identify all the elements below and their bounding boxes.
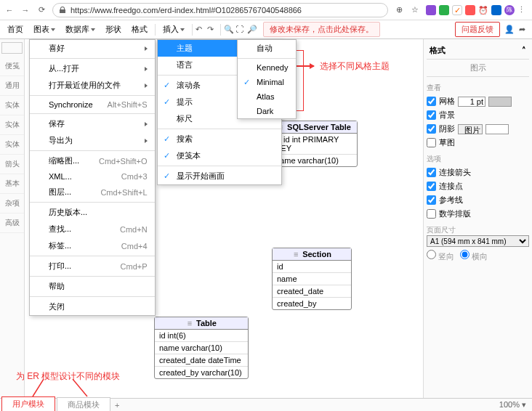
menu-item[interactable]: 打印...Cmd+P [30, 258, 155, 274]
lp-section[interactable]: 实体 [0, 115, 24, 135]
search-icon[interactable]: ⊕ [394, 5, 404, 15]
chk-shadow[interactable] [427, 124, 436, 134]
add-module-button[interactable]: + [110, 399, 124, 411]
menu-item[interactable]: SynchronizeAlt+Shift+S [30, 97, 155, 112]
menu-item[interactable]: 帮助 [30, 278, 155, 295]
chk-opt[interactable] [427, 195, 436, 205]
menu-item[interactable]: ✓便笺本 [158, 147, 281, 164]
chk-opt[interactable] [427, 168, 436, 177]
db-table-table[interactable]: Table id int(6) name varchar(10) created… [154, 317, 249, 379]
table-row[interactable]: created_by varchar(10) [155, 367, 248, 378]
table-row[interactable]: id int(6) [155, 330, 248, 342]
menu-item[interactable]: 标签...Cmd+4 [30, 237, 155, 254]
lp-section[interactable]: 高级 [0, 213, 24, 233]
share-icon[interactable]: ➦ [519, 25, 529, 35]
shape-search[interactable] [1, 42, 23, 54]
menu-item[interactable]: ✓搜索 [158, 131, 281, 147]
table-row[interactable]: name varchar(10) [271, 155, 357, 166]
table-header[interactable]: SQLServer Table [271, 121, 357, 134]
image-button[interactable]: 图片 [458, 124, 483, 134]
table-row[interactable]: name [273, 273, 351, 285]
chk-label: 参考线 [439, 195, 463, 206]
lp-section[interactable]: 基本 [0, 174, 24, 194]
menu-item[interactable]: 关闭 [30, 298, 155, 315]
table-row[interactable]: name varchar(10) [155, 342, 248, 354]
table-row[interactable]: created_date dateTime [155, 354, 248, 367]
menu-item[interactable]: 查找...Cmd+N [30, 221, 155, 237]
reload-icon[interactable]: ⟳ [36, 5, 47, 15]
orient-landscape[interactable]: 横向 [460, 250, 488, 262]
star-icon[interactable]: ☆ [410, 5, 420, 15]
table-row[interactable]: id int PRIMARY KEY [271, 134, 357, 155]
tb-home[interactable]: 首页 [3, 22, 28, 37]
lp-section[interactable]: 便笺 [0, 57, 24, 76]
format-tab[interactable]: 图示 [427, 60, 529, 77]
db-table-sqlserver[interactable]: SQLServer Table id int PRIMARY KEY name … [270, 121, 358, 167]
page-size-select[interactable]: A1 (594 mm x 841 mm) [427, 235, 529, 247]
zoom-out-icon[interactable]: 🔍 [224, 25, 234, 35]
menu-item[interactable]: 保存 [30, 115, 155, 132]
menu-item[interactable]: 打开最近使用的文件 [30, 77, 155, 94]
chk-sketch[interactable] [427, 138, 436, 147]
menu-item[interactable]: 历史版本... [30, 204, 155, 221]
menu-item[interactable]: ✓Minimal [238, 75, 296, 89]
address-bar[interactable]: https://www.freedgo.com/erd-index.html#O… [52, 3, 388, 17]
menu-item[interactable]: 图层...Cmd+Shift+L [30, 184, 155, 200]
ext-icon[interactable] [491, 5, 501, 15]
menu-item[interactable]: Atlas [238, 89, 296, 104]
user-icon[interactable]: 👤 [504, 25, 515, 35]
feedback-button[interactable]: 问题反馈 [455, 22, 500, 37]
chk-opt[interactable] [427, 182, 436, 191]
ext-icon[interactable]: ✓ [452, 5, 462, 15]
module-tab-user[interactable]: 用户模块 [1, 396, 55, 411]
menu-item[interactable]: 自动 [238, 40, 296, 57]
ext-icon[interactable] [465, 5, 475, 15]
menu-item[interactable]: 喜好 [30, 40, 155, 57]
tb-database[interactable]: 数据库 [61, 22, 100, 37]
lp-section[interactable]: 实体 [0, 135, 24, 155]
lp-section[interactable]: 实体 [0, 96, 24, 115]
ext-icon[interactable] [439, 5, 449, 15]
color-swatch[interactable] [485, 124, 509, 134]
save-warning[interactable]: 修改未保存，点击此处保存。 [263, 22, 380, 37]
module-tab-product[interactable]: 商品模块 [57, 397, 110, 412]
chk-opt[interactable] [427, 209, 436, 219]
lp-section[interactable]: 通用 [0, 76, 24, 96]
menu-icon[interactable]: ⋮ [517, 5, 528, 15]
avatar[interactable]: 陈 [504, 5, 515, 15]
menu-item[interactable]: 导出为 [30, 132, 155, 149]
db-table-section[interactable]: Section id name created_date created_by [272, 248, 352, 310]
forward-icon[interactable]: → [20, 5, 31, 15]
lp-section[interactable]: 杂项 [0, 194, 24, 213]
tb-format[interactable]: 格式 [127, 22, 152, 37]
table-header[interactable]: Table [155, 317, 248, 330]
chk-grid[interactable] [427, 97, 436, 106]
table-header[interactable]: Section [273, 248, 351, 261]
menu-item[interactable]: Dark [238, 104, 296, 118]
table-row[interactable]: created_date [273, 285, 351, 298]
zoom-fit-icon[interactable]: ⛶ [235, 25, 246, 35]
chk-bg[interactable] [427, 110, 436, 120]
zoom-in-icon[interactable]: 🔎 [247, 25, 257, 35]
ext-icon[interactable]: ⏰ [478, 5, 488, 15]
color-swatch[interactable] [488, 97, 512, 107]
menu-item[interactable]: 缩略图...Cmd+Shift+O [30, 152, 155, 169]
zoom-level[interactable]: 100% ▾ [493, 400, 532, 410]
menu-item[interactable]: Kennedy [238, 60, 296, 75]
redo-icon[interactable]: ↷ [207, 25, 217, 35]
tb-shape[interactable]: 形状 [101, 22, 126, 37]
menu-item[interactable]: 从...打开 [30, 60, 155, 77]
orient-portrait[interactable]: 竖向 [427, 250, 454, 262]
ext-icon[interactable] [426, 5, 436, 15]
back-icon[interactable]: ← [4, 5, 15, 15]
table-row[interactable]: id [273, 261, 351, 273]
menu-item[interactable]: ✓显示开始画面 [158, 168, 281, 184]
tb-diagram[interactable]: 图表 [29, 22, 60, 37]
lp-section[interactable]: 箭头 [0, 155, 24, 174]
undo-icon[interactable]: ↶ [196, 25, 206, 35]
table-row[interactable]: created_by [273, 298, 351, 309]
grid-size-input[interactable] [458, 97, 485, 107]
tb-insert[interactable]: 插入 [158, 22, 189, 37]
menu-item[interactable]: XML...Cmd+3 [30, 169, 155, 184]
collapse-icon[interactable]: ˄ [522, 46, 526, 55]
